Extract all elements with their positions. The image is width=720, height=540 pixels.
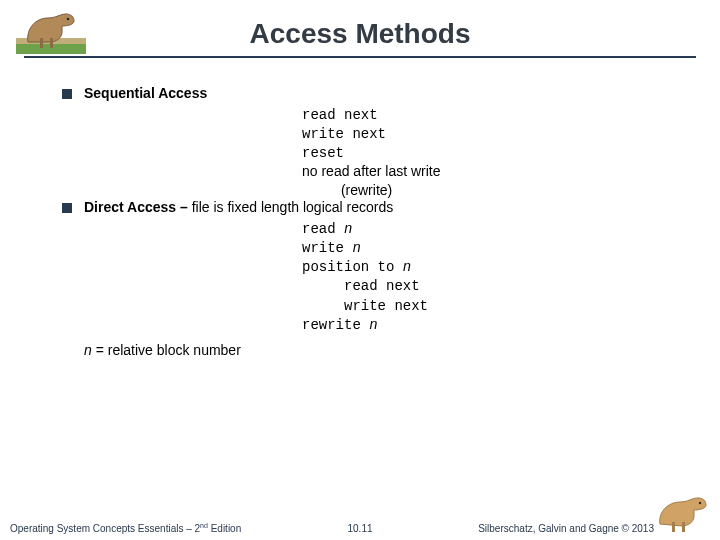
- op: write next: [302, 126, 386, 142]
- dinosaur-icon: [654, 494, 712, 538]
- op: position to: [302, 259, 403, 275]
- bullet-label: Sequential Access: [84, 85, 207, 103]
- bullet-label: Direct Access –: [84, 199, 192, 215]
- bullet-icon: [62, 89, 72, 99]
- op: read next: [302, 107, 378, 123]
- op: read next: [302, 278, 420, 294]
- direct-ops: read n write n position to n read next w…: [302, 219, 690, 334]
- slide-body: Sequential Access read next write next r…: [62, 85, 690, 360]
- op: (rewrite): [302, 182, 392, 198]
- svg-rect-5: [672, 522, 675, 532]
- bullet-sequential: Sequential Access: [62, 85, 690, 103]
- op-n: n: [352, 240, 360, 256]
- op-n: n: [403, 259, 411, 275]
- seq-ops: read next write next reset no read after…: [302, 105, 690, 199]
- desc: file is fixed length: [192, 199, 303, 215]
- bullet-direct: Direct Access – file is fixed length log…: [62, 199, 690, 217]
- footer-right: Silberschatz, Galvin and Gagne © 2013: [478, 523, 654, 534]
- bullet-text: Direct Access – file is fixed length log…: [84, 199, 393, 217]
- bullet-icon: [62, 203, 72, 213]
- note-rest: = relative block number: [92, 342, 241, 358]
- op: no read after last write: [302, 163, 441, 179]
- note: n = relative block number: [84, 342, 690, 360]
- title-underline: [24, 56, 696, 58]
- op-n: n: [344, 221, 352, 237]
- op-n: n: [369, 317, 377, 333]
- slide-title: Access Methods: [0, 18, 720, 50]
- op: reset: [302, 145, 344, 161]
- op: write: [302, 240, 352, 256]
- op: read: [302, 221, 344, 237]
- note-n: n: [84, 342, 92, 358]
- svg-rect-6: [682, 522, 685, 532]
- op: rewrite: [302, 317, 369, 333]
- op: write next: [302, 298, 428, 314]
- svg-point-7: [699, 502, 701, 504]
- desc-em: logical records: [303, 199, 393, 215]
